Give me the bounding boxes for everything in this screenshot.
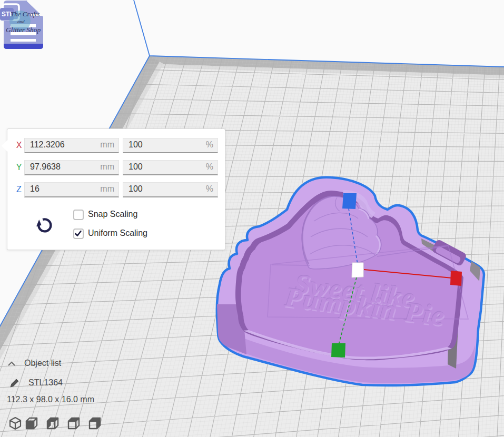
svg-text:and: and [17, 19, 25, 24]
svg-text:Glitter Shop: Glitter Shop [6, 26, 41, 34]
svg-text:The Crafts: The Crafts [11, 10, 39, 18]
